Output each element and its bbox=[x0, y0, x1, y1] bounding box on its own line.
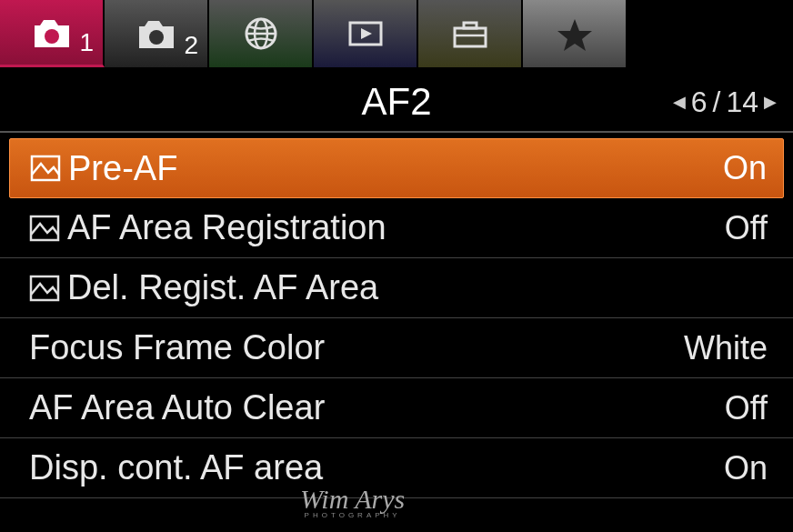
tab-bar: 1 2 bbox=[0, 0, 793, 73]
menu-item-label: Pre-AF bbox=[68, 149, 177, 188]
star-icon bbox=[552, 15, 597, 52]
tab-playback[interactable] bbox=[314, 0, 418, 67]
svg-rect-7 bbox=[464, 23, 477, 28]
still-image-icon bbox=[29, 215, 60, 242]
tab-badge-2: 2 bbox=[184, 31, 198, 60]
page-current: 6 bbox=[691, 85, 708, 119]
menu-item-label: AF Area Registration bbox=[67, 208, 386, 247]
tab-camera-1[interactable]: 1 bbox=[0, 0, 105, 67]
menu-item-label: Del. Regist. AF Area bbox=[67, 268, 378, 307]
svg-point-0 bbox=[45, 29, 59, 44]
globe-icon bbox=[238, 15, 284, 52]
menu-item-value: On bbox=[724, 449, 768, 487]
menu-item-disp-cont-af-area[interactable]: Disp. cont. AF area On bbox=[0, 438, 793, 498]
svg-point-1 bbox=[149, 30, 164, 45]
camera-icon bbox=[29, 15, 75, 51]
svg-rect-6 bbox=[455, 28, 486, 46]
page-indicator[interactable]: ◀ 6/14 ▶ bbox=[673, 85, 777, 119]
menu-item-label: Focus Frame Color bbox=[29, 328, 325, 367]
tab-setup[interactable] bbox=[418, 0, 523, 67]
tab-camera-2[interactable]: 2 bbox=[105, 0, 209, 67]
page-title: AF2 bbox=[361, 80, 431, 124]
menu-item-label: AF Area Auto Clear bbox=[29, 388, 325, 427]
menu-item-del-regist-af-area[interactable]: Del. Regist. AF Area bbox=[0, 258, 793, 318]
menu-item-pre-af[interactable]: Pre-AF On bbox=[9, 138, 784, 198]
tab-network[interactable] bbox=[209, 0, 314, 67]
page-total: 14 bbox=[726, 85, 758, 119]
menu-item-focus-frame-color[interactable]: Focus Frame Color White bbox=[0, 318, 793, 378]
playback-icon bbox=[343, 15, 388, 52]
watermark-sub: PHOTOGRAPHY bbox=[300, 511, 405, 519]
tab-badge-1: 1 bbox=[79, 28, 94, 57]
menu-item-af-area-registration[interactable]: AF Area Registration Off bbox=[0, 198, 793, 258]
menu-item-value: White bbox=[684, 329, 768, 367]
toolbox-icon bbox=[447, 15, 493, 52]
menu-header: AF2 ◀ 6/14 ▶ bbox=[0, 73, 793, 133]
page-next-icon: ▶ bbox=[764, 92, 777, 112]
menu-item-value: Off bbox=[725, 209, 768, 247]
still-image-icon bbox=[29, 275, 60, 302]
camera-icon bbox=[134, 15, 179, 52]
menu-item-value: Off bbox=[725, 389, 768, 427]
page-prev-icon: ◀ bbox=[673, 92, 686, 112]
menu-item-label: Disp. cont. AF area bbox=[29, 448, 323, 487]
still-image-icon bbox=[30, 155, 61, 182]
menu-list: Pre-AF On AF Area Registration Off Del. … bbox=[0, 133, 793, 498]
tab-favorites[interactable] bbox=[523, 0, 627, 67]
menu-item-value: On bbox=[723, 149, 767, 187]
menu-item-af-area-auto-clear[interactable]: AF Area Auto Clear Off bbox=[0, 378, 793, 438]
